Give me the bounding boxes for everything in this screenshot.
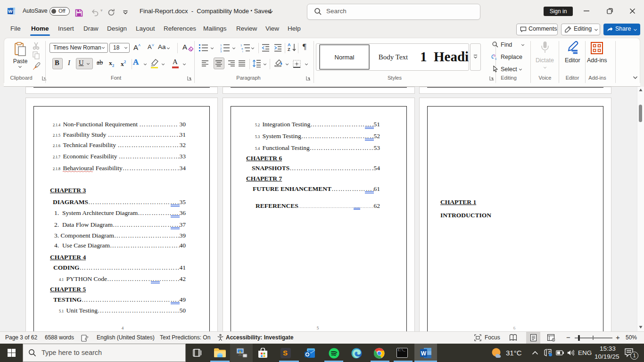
svg-text:a: a: [241, 47, 243, 50]
svg-text:2: 2: [220, 47, 222, 50]
svg-text:i: i: [242, 50, 243, 52]
svg-text:W: W: [8, 8, 12, 14]
svg-text:b: b: [494, 54, 495, 57]
svg-text:1: 1: [240, 44, 242, 47]
svg-text:1: 1: [220, 44, 222, 47]
svg-text:3: 3: [220, 50, 222, 52]
svg-text:W: W: [421, 350, 427, 357]
svg-text:c: c: [495, 57, 497, 60]
